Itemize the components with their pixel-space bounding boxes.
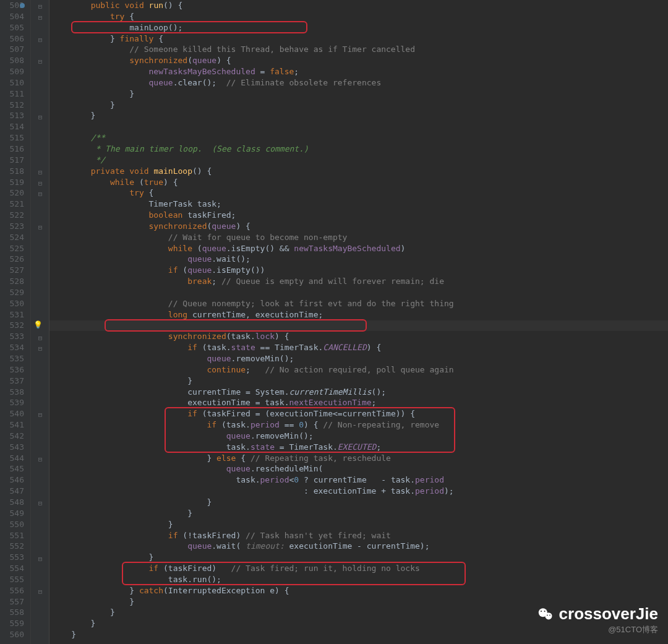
fold-toggle-icon[interactable]: ⊟	[31, 12, 49, 24]
line-number[interactable]: 525	[0, 243, 24, 254]
line-number[interactable]: 504	[0, 11, 24, 22]
fold-toggle-icon[interactable]: ⊟	[31, 410, 49, 421]
code-line[interactable]: queue.clear(); // Eliminate obsolete ref…	[52, 77, 668, 88]
fold-toggle-icon[interactable]: ⊟	[31, 178, 49, 189]
code-line[interactable]: queue.rescheduleMin(	[52, 463, 668, 474]
line-number[interactable]: 558	[0, 607, 24, 618]
line-number[interactable]: 542	[0, 431, 24, 442]
code-line[interactable]	[52, 121, 668, 132]
line-number[interactable]: 515	[0, 132, 24, 144]
code-line[interactable]: // Someone killed this Thread, behave as…	[52, 44, 668, 55]
code-line[interactable]: if (taskFired) // Task fired; run it, ho…	[52, 563, 668, 574]
line-number[interactable]: 539	[0, 397, 24, 408]
code-line[interactable]: queue.wait( timeout: executionTime - cur…	[52, 541, 668, 552]
line-number[interactable]: 532	[0, 320, 24, 331]
line-number-gutter[interactable]: 5035045055065075085095105115125135145155…	[0, 0, 31, 644]
line-number[interactable]: 518	[0, 166, 24, 177]
code-line[interactable]: while (queue.isEmpty() && newTasksMayBeS…	[52, 243, 668, 254]
code-line[interactable]: }	[52, 508, 668, 519]
code-line[interactable]: private void mainLoop() {	[52, 166, 668, 177]
line-number[interactable]: 517	[0, 155, 24, 166]
code-line[interactable]: } finally {	[52, 33, 668, 45]
code-line[interactable]: } catch(InterruptedException e) {	[52, 585, 668, 596]
line-number[interactable]: 506	[0, 33, 24, 45]
line-number[interactable]: 511	[0, 88, 24, 100]
line-number[interactable]: 521	[0, 199, 24, 210]
code-line[interactable]	[52, 287, 668, 298]
line-number[interactable]: 538	[0, 387, 24, 398]
fold-toggle-icon[interactable]: ⊟	[31, 586, 49, 598]
code-line[interactable]: if (task.state == TimerTask.CANCELLED) {	[52, 342, 668, 353]
line-number[interactable]: 559	[0, 618, 24, 629]
line-number[interactable]: 531	[0, 309, 24, 320]
line-number[interactable]: 507	[0, 44, 24, 55]
line-number[interactable]: 554	[0, 563, 24, 574]
line-number[interactable]: 536	[0, 364, 24, 376]
code-line[interactable]: synchronized(task.lock) {	[52, 331, 668, 342]
line-number[interactable]: 505	[0, 22, 24, 33]
line-number[interactable]: 527	[0, 265, 24, 276]
code-line[interactable]: // Queue nonempty; look at first evt and…	[52, 298, 668, 309]
code-line[interactable]: task.run();	[52, 574, 668, 585]
line-number[interactable]: 513	[0, 110, 24, 121]
code-line[interactable]: task.state = TimerTask.EXECUTED;	[52, 442, 668, 453]
code-line[interactable]: newTasksMayBeScheduled = false;	[52, 66, 668, 77]
code-line[interactable]: }	[52, 552, 668, 563]
line-number[interactable]: 551	[0, 530, 24, 541]
code-line[interactable]: currentTime = System.currentTimeMillis()…	[52, 387, 668, 398]
intention-bulb-icon[interactable]: 💡	[33, 320, 43, 331]
code-line[interactable]: if (queue.isEmpty())	[52, 265, 668, 276]
code-line[interactable]: : executionTime + task.period);	[52, 486, 668, 497]
line-number[interactable]: 533	[0, 331, 24, 342]
code-line[interactable]: public void run() {	[52, 0, 668, 11]
code-line[interactable]: boolean taskFired;	[52, 210, 668, 221]
fold-toggle-icon[interactable]: ⊟	[31, 112, 49, 123]
gutter-marker-icon[interactable]	[20, 3, 25, 8]
line-number[interactable]: 556	[0, 585, 24, 596]
line-number[interactable]: 510	[0, 77, 24, 88]
fold-toggle-icon[interactable]: ⊟	[31, 498, 49, 509]
code-line[interactable]: queue.removeMin();	[52, 353, 668, 364]
line-number[interactable]: 519	[0, 177, 24, 188]
fold-toggle-icon[interactable]: ⊟	[31, 189, 49, 200]
line-number[interactable]: 544	[0, 453, 24, 464]
code-line[interactable]: mainLoop();	[52, 22, 668, 33]
code-line[interactable]: continue; // No action required, poll qu…	[52, 364, 668, 376]
code-line[interactable]: long currentTime, executionTime;	[52, 309, 668, 320]
line-number[interactable]: 514	[0, 121, 24, 132]
code-line[interactable]: // Wait for queue to become non-empty	[52, 232, 668, 243]
code-line[interactable]: while (true) {	[52, 177, 668, 188]
line-number[interactable]: 508	[0, 55, 24, 66]
line-number[interactable]: 555	[0, 574, 24, 585]
fold-toggle-icon[interactable]: ⊟	[31, 554, 49, 565]
line-number[interactable]: 512	[0, 100, 24, 111]
line-number[interactable]: 528	[0, 276, 24, 287]
code-line[interactable]: TimerTask task;	[52, 199, 668, 210]
code-line[interactable]: }	[52, 100, 668, 111]
code-line[interactable]: }	[52, 519, 668, 530]
code-line[interactable]: synchronized(queue) {	[52, 55, 668, 66]
code-line[interactable]: try {	[52, 11, 668, 22]
line-number[interactable]: 540	[0, 408, 24, 419]
fold-toggle-icon[interactable]: ⊟	[31, 333, 49, 344]
line-number[interactable]: 516	[0, 144, 24, 155]
fold-toggle-icon[interactable]: ⊟	[31, 454, 49, 465]
fold-toggle-icon[interactable]: ⊟	[31, 167, 49, 178]
line-number[interactable]: 560	[0, 629, 24, 640]
code-line[interactable]: task.period<0 ? currentTime - task.perio…	[52, 474, 668, 486]
line-number[interactable]: 549	[0, 508, 24, 519]
code-line[interactable]: if (!taskFired) // Task hasn't yet fired…	[52, 530, 668, 541]
line-number[interactable]: 522	[0, 210, 24, 221]
code-line[interactable]: queue.removeMin();	[52, 431, 668, 442]
fold-toggle-icon[interactable]: ⊟	[31, 343, 49, 354]
line-number[interactable]: 546	[0, 474, 24, 486]
code-line[interactable]: } else { // Repeating task, reschedule	[52, 453, 668, 464]
line-number[interactable]: 535	[0, 353, 24, 364]
line-number[interactable]: 547	[0, 486, 24, 497]
line-number[interactable]: 548	[0, 497, 24, 508]
code-line[interactable]: }	[52, 497, 668, 508]
code-line[interactable]: break; // Queue is empty and will foreve…	[52, 276, 668, 287]
line-number[interactable]: 541	[0, 419, 24, 431]
code-line[interactable]: if (task.period == 0) { // Non-repeating…	[52, 419, 668, 431]
line-number[interactable]: 523	[0, 221, 24, 232]
